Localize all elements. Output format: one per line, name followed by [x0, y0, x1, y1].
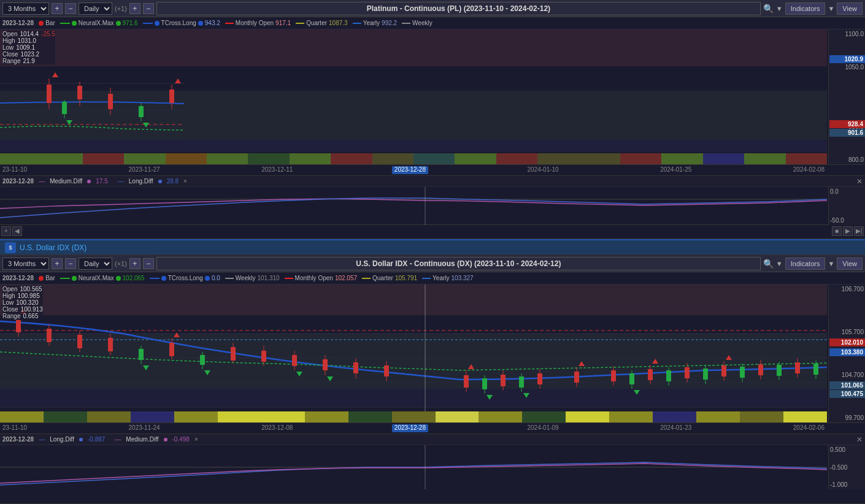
platinum-bar-legend: Bar — [39, 20, 55, 26]
platinum-date-1: 23-11-10 — [0, 166, 29, 174]
svg-marker-134 — [579, 361, 585, 366]
usd-date-5: 2024-01-09 — [525, 424, 561, 432]
platinum-neuralx-legend: NeuralX.Max 971.6 — [60, 20, 138, 26]
platinum-osc-expand-btn[interactable]: × — [183, 178, 187, 185]
usd-price-badge-4: 100.475 — [829, 390, 865, 398]
platinum-oscillator: 2023-12-28 — Medium.Diff 17.5 — Long.Dif… — [0, 175, 865, 224]
usd-toolbar: 3 Months + − Daily (+1) + − U.S. Dollar … — [0, 255, 865, 272]
usd-date-3: 2023-12-08 — [259, 424, 295, 432]
svg-rect-99 — [353, 362, 358, 373]
svg-rect-132 — [795, 362, 800, 373]
svg-rect-107 — [200, 355, 205, 365]
usd-period-select[interactable]: 3 Months — [2, 258, 49, 270]
svg-marker-31 — [143, 123, 149, 128]
platinum-plus-one: (+1) — [115, 5, 127, 12]
svg-marker-109 — [204, 370, 210, 375]
platinum-ohlc: Open 1014.4 -25.5 High 1031.0 Low 1009.1… — [2, 31, 55, 64]
usd-panel: $ U.S. Dollar IDX (DX) 3 Months + − Dail… — [0, 239, 865, 504]
svg-rect-101 — [384, 365, 389, 376]
platinum-chart[interactable]: Open 1014.4 -25.5 High 1031.0 Low 1009.1… — [0, 29, 865, 164]
svg-marker-155 — [634, 390, 640, 395]
svg-marker-111 — [327, 376, 333, 381]
usd-zoom-in-btn[interactable]: + — [129, 258, 140, 269]
svg-marker-135 — [652, 359, 658, 364]
usd-tcross-legend: TCross.Long 0.0 — [150, 275, 220, 281]
period-increment-btn[interactable]: + — [52, 3, 63, 14]
platinum-osc-header: 2023-12-28 — Medium.Diff 17.5 — Long.Dif… — [0, 176, 865, 187]
platinum-date-5: 2024-01-10 — [525, 166, 561, 174]
platinum-nav-square-btn[interactable]: ■ — [832, 226, 842, 236]
svg-rect-89 — [169, 343, 174, 356]
svg-rect-10 — [108, 94, 113, 109]
period-decrement-btn[interactable]: − — [65, 3, 76, 14]
usd-neuralx-legend: NeuralX.Max 102.065 — [60, 275, 145, 281]
platinum-add-nav-btn[interactable]: + — [1, 226, 11, 236]
platinum-date-highlighted: 2023-12-28 — [392, 166, 428, 174]
platinum-yearly-legend: Yearly 992.2 — [353, 20, 397, 26]
usd-period-increment-btn[interactable]: + — [52, 258, 63, 269]
svg-rect-128 — [721, 365, 726, 376]
usd-period-decrement-btn[interactable]: − — [65, 258, 76, 269]
usd-date-1: 23-11-10 — [0, 424, 29, 432]
usd-timeframe-select[interactable]: Daily — [79, 258, 112, 270]
chart-zoom-in-btn[interactable]: + — [129, 3, 140, 14]
usd-indicators-btn[interactable]: Indicators — [785, 258, 826, 270]
svg-marker-108 — [143, 365, 149, 370]
usd-osc-expand-btn[interactable]: × — [194, 436, 198, 443]
usd-yearly-legend: Yearly 103.327 — [422, 275, 474, 281]
svg-rect-148 — [740, 367, 745, 378]
usd-bar-legend: Bar — [39, 275, 55, 281]
usd-price-badge-2: 102.010 — [829, 338, 865, 346]
platinum-osc-close-btn[interactable]: ✕ — [856, 177, 863, 186]
usd-osc-close-btn[interactable]: ✕ — [856, 435, 863, 444]
usd-chart[interactable]: Open 100.565 High 100.985 Low 100.320 Cl… — [0, 284, 865, 422]
platinum-period-select[interactable]: 3 Months — [2, 2, 49, 15]
usd-title: U.S. Dollar IDX (DX) — [20, 243, 87, 252]
usd-dropdown-icon[interactable]: ▼ — [776, 260, 783, 267]
usd-view-btn[interactable]: View — [837, 258, 863, 270]
usd-monthly-legend: Monthly Open 102.057 — [285, 275, 357, 281]
svg-rect-12 — [169, 90, 174, 103]
usd-plus-one: (+1) — [115, 260, 127, 267]
platinum-time-axis: 23-11-10 2023-11-27 2023-12-11 2023-12-2… — [0, 164, 865, 175]
chart-zoom-out-btn[interactable]: − — [143, 3, 154, 14]
svg-rect-124 — [648, 369, 653, 380]
svg-rect-25 — [62, 102, 67, 114]
platinum-legend: 2023-12-28 Bar NeuralX.Max 971.6 TCross.… — [0, 17, 865, 29]
platinum-dropdown-icon[interactable]: ▼ — [776, 5, 783, 12]
platinum-indicators-btn[interactable]: Indicators — [785, 2, 826, 15]
svg-marker-103 — [174, 332, 180, 337]
usd-indicators-dropdown[interactable]: ▼ — [828, 260, 834, 267]
usd-osc-chart: 0.500 -0.500 -1.000 — [0, 445, 865, 489]
svg-rect-105 — [139, 349, 144, 360]
usd-bar-row — [0, 411, 827, 422]
usd-oscillator: 2023-12-28 — Long.Diff -0.887 — Medium.D… — [0, 433, 865, 489]
svg-marker-133 — [468, 364, 474, 369]
svg-marker-22 — [175, 78, 181, 83]
usd-price-badge-1: 103.380 — [829, 348, 865, 356]
svg-rect-140 — [519, 376, 524, 388]
platinum-view-btn[interactable]: View — [837, 2, 863, 15]
svg-marker-154 — [523, 393, 529, 398]
platinum-price-badge-2: 928.4 — [829, 120, 865, 128]
platinum-back-btn[interactable]: ◀ — [12, 226, 22, 236]
platinum-monthly-legend: Monthly Open 917.1 — [225, 20, 291, 26]
usd-section-header: $ U.S. Dollar IDX (DX) — [0, 239, 865, 255]
svg-rect-8 — [77, 86, 82, 99]
platinum-timeframe-select[interactable]: Daily — [79, 2, 112, 15]
platinum-nav-forward-btn[interactable]: ▶ — [843, 226, 853, 236]
platinum-price-axis: 1100.0 1050.0 1020.9 928.4 901.6 850.0 8… — [828, 29, 865, 164]
svg-rect-97 — [323, 359, 328, 370]
usd-search-icon[interactable]: 🔍 — [763, 259, 774, 269]
platinum-date-2: 2023-11-27 — [126, 166, 163, 174]
platinum-title: Platinum - Continuous (PL) (2023-11-10 -… — [156, 2, 761, 15]
usd-zoom-out-btn[interactable]: − — [143, 258, 154, 269]
svg-marker-110 — [296, 372, 302, 376]
usd-osc-header: 2023-12-28 — Long.Diff -0.887 — Medium.D… — [0, 434, 865, 445]
platinum-toolbar: 3 Months + − Daily (+1) + − Platinum - C… — [0, 0, 865, 17]
platinum-indicators-dropdown[interactable]: ▼ — [828, 5, 834, 12]
platinum-search-icon[interactable]: 🔍 — [763, 4, 774, 13]
platinum-nav-right: ■ ▶ ▶| — [832, 226, 864, 236]
platinum-nav-end-btn[interactable]: ▶| — [854, 226, 864, 236]
svg-rect-144 — [666, 370, 671, 381]
